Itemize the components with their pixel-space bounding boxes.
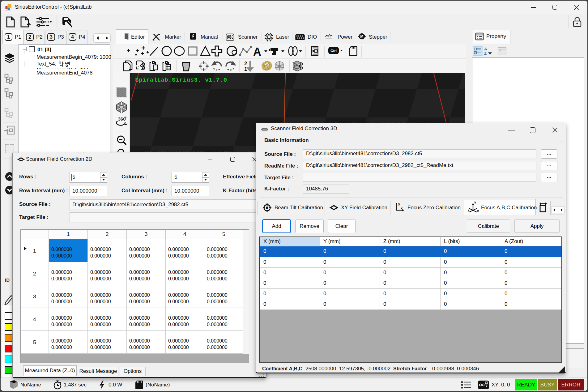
svg-text:y: y — [398, 202, 400, 206]
svg-text:y: y — [474, 200, 476, 204]
svg-text:A: A — [253, 45, 261, 58]
svg-text:1: 1 — [244, 66, 247, 72]
svg-text:A: A — [484, 47, 487, 51]
svg-text:360: 360 — [118, 116, 126, 121]
svg-text:7: 7 — [485, 384, 488, 388]
svg-text:z: z — [468, 208, 470, 212]
svg-text:2: 2 — [244, 61, 247, 66]
svg-text:x: x — [401, 206, 403, 210]
svg-text:M: M — [360, 34, 363, 39]
svg-text:x: x — [477, 209, 479, 213]
svg-text:Ctrl: Ctrl — [330, 49, 337, 53]
svg-text:Z: Z — [484, 51, 487, 56]
